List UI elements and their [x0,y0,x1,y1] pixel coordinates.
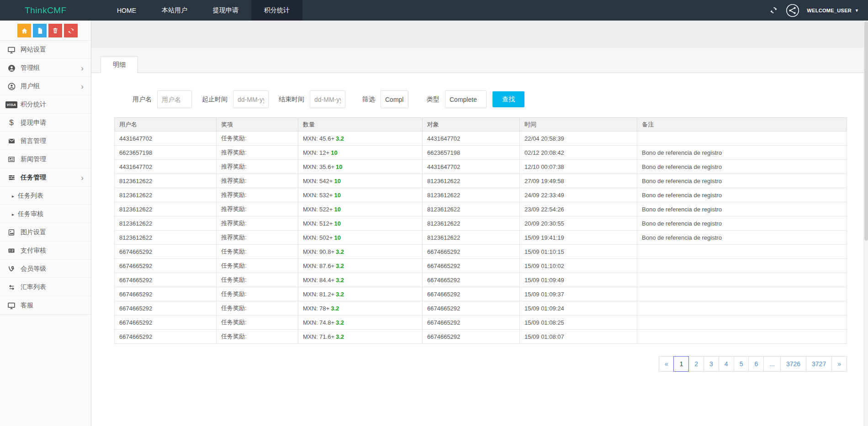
envelope-icon [6,137,16,145]
col-time: 时间 [520,118,637,131]
award-cell: 任务奖励: [217,131,298,146]
target-cell: 8123612622 [423,216,520,231]
page-button[interactable]: ... [763,356,781,372]
user-cell: 4431647702 [115,160,217,174]
recycle-icon[interactable] [64,24,78,37]
sidebar-item-image-settings[interactable]: 图片设置 [0,223,91,242]
end-date-input[interactable] [310,90,345,108]
page-button[interactable]: 2 [688,356,704,372]
amount-bonus: 3.2 [336,263,344,269]
sidebar-item-task-list[interactable]: ▸ 任务列表 [0,187,91,205]
nav-menu: HOME 本站用户 提现申请 积分统计 [104,0,302,21]
target-cell: 6674665292 [423,301,520,316]
sidebar-item-task-management[interactable]: 任务管理 › [0,168,91,187]
file-icon[interactable] [33,24,47,37]
sidebar-item-task-review[interactable]: ▸ 任务审核 [0,205,91,223]
page-button[interactable]: « [659,356,674,372]
trash-icon[interactable] [48,24,62,37]
scrollbar[interactable] [863,21,868,426]
page-button[interactable]: 3727 [806,356,832,372]
sidebar-item-exchange-rates[interactable]: 汇率列表 [0,278,91,296]
page-button[interactable]: 1 [673,356,689,372]
type-select[interactable] [445,90,487,108]
app-logo[interactable]: ThinkCMF [0,0,91,21]
time-cell: 15/09 01:10:02 [520,259,637,273]
sidebar-item-label: 任务审核 [18,210,43,218]
target-cell: 6674665292 [423,316,520,330]
nav-item-points-stats[interactable]: 积分统计 [251,0,302,21]
nav-item-home[interactable]: HOME [104,0,149,21]
scrollbar-thumb[interactable] [864,21,868,241]
sidebar-item-label: 新闻管理 [21,155,46,163]
filter-label: 筛选 [362,95,375,104]
time-cell: 15/09 01:08:07 [520,330,637,344]
amount-cell: MXN: 35.6+10 [298,160,423,174]
sidebar-item-member-level[interactable]: 会员等级 [0,260,91,278]
target-cell: 6623657198 [423,146,520,160]
chevron-right-icon: › [81,64,84,72]
user-cell: 4431647702 [115,131,217,146]
sidebar-menu: 网站设置 管理组 › 用户组 › VISA 积分统计 $ 提现申请 留言管理 新… [0,40,91,315]
note-cell: Bono de referencia de registro [637,231,847,245]
main-content: 明细 用户名 起止时间 结束时间 筛选 [91,21,868,426]
start-time-label: 起止时间 [202,95,228,104]
user-cell: 8123612622 [115,174,217,188]
col-amount: 数量 [298,118,423,131]
sidebar-item-label: 留言管理 [21,137,46,145]
amount-base: MXN: 87.6+ [303,263,334,269]
time-cell: 15/09 01:09:24 [520,301,637,316]
start-date-input[interactable] [233,90,269,108]
sidebar-item-label: 提现申请 [21,119,46,127]
filter-bar: 用户名 起止时间 结束时间 筛选 类型 [132,90,847,108]
note-cell [637,245,847,259]
amount-bonus: 10 [334,192,340,199]
user-menu[interactable]: WELCOME_USER ▼ [807,8,859,13]
table-row: 8123612622推荐奖励:MXN: 542+10812361262227/0… [115,174,847,188]
sidebar-item-points-stats[interactable]: VISA 积分统计 [0,95,91,114]
user-cell: 6674665292 [115,259,217,273]
sidebar-item-admin-group[interactable]: 管理组 › [0,59,91,77]
time-cell: 20/09 20:30:55 [520,216,637,231]
sidebar-item-payment-review[interactable]: 支付审核 [0,242,91,260]
caret-down-icon: ▼ [855,8,859,13]
home-icon[interactable] [17,24,31,37]
nav-item-withdrawals[interactable]: 提现申请 [200,0,251,21]
amount-cell: MXN: 45.6+3.2 [298,131,423,146]
pagination: «123456...37263727» [659,356,847,372]
note-cell: Bono de referencia de registro [637,160,847,174]
sidebar-item-site-settings[interactable]: 网站设置 [0,41,91,59]
sidebar-item-label: 任务管理 [21,174,46,182]
sidebar-item-messages[interactable]: 留言管理 [0,132,91,150]
sidebar-item-news[interactable]: 新闻管理 [0,150,91,168]
refresh-icon[interactable] [768,5,778,16]
page-button[interactable]: 4 [719,356,734,372]
chevron-right-icon: › [81,174,84,182]
navbar-right: WELCOME_USER ▼ [768,0,868,21]
page-button[interactable]: » [831,356,847,372]
tab-detail[interactable]: 明细 [101,56,138,73]
amount-base: MXN: 84.4+ [303,277,334,284]
page-button[interactable]: 3726 [780,356,806,372]
award-cell: 推荐奖励: [217,174,298,188]
filter-select[interactable] [381,90,408,108]
sidebar-item-user-group[interactable]: 用户组 › [0,77,91,95]
table-row: 6674665292任务奖励:MXN: 87.6+3.2667466529215… [115,259,847,273]
sidebar-item-withdrawals[interactable]: $ 提现申请 [0,114,91,132]
amount-cell: MXN: 78+3.2 [298,301,423,316]
amount-base: MXN: 81.2+ [303,291,334,298]
page-button[interactable]: 3 [704,356,719,372]
page-button[interactable]: 5 [734,356,749,372]
time-cell: 23/09 22:54:26 [520,202,637,216]
vine-icon [6,265,16,273]
monitor-icon [6,46,16,54]
search-button[interactable]: 查找 [492,91,524,107]
avatar[interactable] [786,4,799,17]
sidebar-item-customer-service[interactable]: 客服 [0,296,91,315]
page-button[interactable]: 6 [748,356,764,372]
target-cell: 8123612622 [423,202,520,216]
sidebar-item-label: 汇率列表 [21,283,46,291]
time-cell: 15/09 01:09:49 [520,273,637,287]
nav-item-site-users[interactable]: 本站用户 [149,0,200,21]
award-cell: 任务奖励: [217,287,298,301]
username-input[interactable] [157,90,192,108]
